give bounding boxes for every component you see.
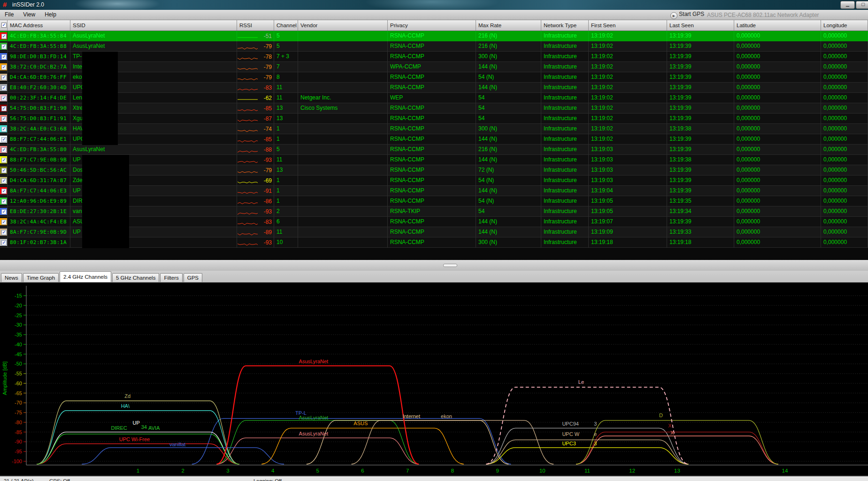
column-header-channel[interactable]: Channel: [274, 20, 298, 31]
row-checkbox[interactable]: ✓: [1, 199, 7, 204]
table-row[interactable]: ✓54:75:D0:83:F1:90Xtre-8513Cisco Systems…: [0, 103, 868, 114]
row-checkbox[interactable]: ✓: [1, 137, 7, 142]
row-checkbox[interactable]: ✓: [1, 54, 7, 60]
row-checkbox[interactable]: ✓: [1, 65, 7, 70]
column-header-last-seen[interactable]: Last Seen: [667, 20, 734, 31]
column-header-latitude[interactable]: Latitude: [734, 20, 821, 31]
start-gps-button[interactable]: ▶ Start GPS: [670, 11, 704, 19]
cell-channel: 1: [274, 196, 298, 206]
column-header-vendor[interactable]: Vendor: [298, 20, 388, 31]
row-checkbox[interactable]: ✓: [1, 106, 7, 111]
row-checkbox[interactable]: ✓: [1, 189, 7, 194]
cell-first-seen: 13:19:03: [589, 165, 667, 176]
cell-longitude: 0,000000: [821, 206, 868, 217]
table-row[interactable]: ✓38:72:C0:DC:B2:7AInter-797WPA-CCMP144 (…: [0, 62, 868, 72]
table-row[interactable]: ✓80:1F:02:B7:3B:1A-9310RSNA-CCMP300 (N)I…: [0, 237, 868, 248]
status-gps: GPS: Off: [49, 478, 70, 481]
row-checkbox[interactable]: ✓: [1, 220, 7, 225]
tab-gps[interactable]: GPS: [184, 273, 202, 282]
cell-network-type: Infrastructure: [541, 155, 589, 165]
cell-channel: 13: [274, 103, 298, 114]
table-row[interactable]: ✓50:46:5D:BC:56:ACDos-7913RSNA-CCMP72 (N…: [0, 165, 868, 176]
table-row[interactable]: ✓88:F7:C7:9E:0B:9BUP-9311RSNA-CCMP144 (N…: [0, 155, 868, 165]
tab-5-ghz-channels[interactable]: 5 GHz Channels: [112, 273, 159, 282]
row-checkbox[interactable]: ✓: [1, 44, 7, 49]
rssi-sparkline: [237, 159, 258, 165]
cell-channel: 10: [274, 237, 298, 248]
network-curve: [576, 420, 778, 464]
x-tick-label: 5: [316, 468, 319, 473]
cell-max-rate: 144 (N): [476, 83, 541, 93]
menu-item-help[interactable]: Help: [40, 10, 61, 18]
table-row[interactable]: ✓4C:ED:FB:3A:55:84AsusLyraNet-515RSNA-CC…: [0, 31, 868, 41]
row-color-swatch: ✓: [0, 114, 8, 124]
select-all-checkbox[interactable]: ✓: [1, 23, 7, 28]
cell-latitude: 0,000000: [734, 31, 821, 41]
table-row[interactable]: ✓98:DE:D0:B3:FD:14TP-L-787 + 3RSNA-CCMP3…: [0, 52, 868, 62]
table-row[interactable]: ✓38:2C:4A:E0:C3:68HAV-741RSNA-CCMP300 (N…: [0, 124, 868, 134]
splitter-handle[interactable]: [443, 264, 457, 267]
y-tick-label: -35: [15, 332, 22, 337]
row-checkbox[interactable]: ✓: [1, 96, 7, 101]
row-checkbox[interactable]: ✓: [1, 178, 7, 183]
table-row[interactable]: ✓56:75:D0:83:F1:91Xgue-8713RSNA-CCMP54In…: [0, 114, 868, 124]
column-header-first-seen[interactable]: First Seen: [589, 20, 667, 31]
column-header-checkbox[interactable]: ✓: [0, 20, 8, 31]
cell-network-type: Infrastructure: [541, 72, 589, 83]
column-header-privacy[interactable]: Privacy: [388, 20, 476, 31]
table-row[interactable]: ✓E8:40:F2:60:30:4DUPC-8311RSNA-CCMP144 (…: [0, 83, 868, 93]
minimize-button[interactable]: ▁: [840, 1, 855, 9]
column-header-max-rate[interactable]: Max Rate: [476, 20, 541, 31]
network-color-swatch: ✓: [0, 187, 7, 194]
cell-last-seen: 13:19:39: [667, 186, 734, 196]
cell-latitude: 0,000000: [734, 155, 821, 165]
maximize-button[interactable]: ▢: [856, 1, 868, 9]
table-row[interactable]: ✓88:F7:C7:44:06:E1UPC-851RSNA-CCMP144 (N…: [0, 134, 868, 145]
column-header-rssi[interactable]: RSSI: [237, 20, 274, 31]
row-checkbox[interactable]: ✓: [1, 158, 7, 163]
x-tick-label: 11: [584, 468, 590, 473]
column-header-network-type[interactable]: Network Type: [541, 20, 589, 31]
tab-2-4-ghz-channels[interactable]: 2.4 GHz Channels: [60, 271, 111, 282]
table-row[interactable]: ✓8A:F7:C7:44:06:E3UP-911RSNA-CCMP144 (N)…: [0, 186, 868, 196]
curve-label: UPC W: [562, 431, 579, 437]
table-row[interactable]: ✓38:2C:4A:4C:F4:E8ASU-836RSNA-CCMP144 (N…: [0, 217, 868, 227]
table-row[interactable]: ✓E8:DE:27:30:2B:1Evan-932RSNA-TKIP54Infr…: [0, 206, 868, 217]
column-header-longitude[interactable]: Longitude: [821, 20, 868, 31]
row-checkbox[interactable]: ✓: [1, 230, 7, 235]
table-row[interactable]: ✓12:A0:96:D6:E9:89DIR-861RSNA-CCMP54 (N)…: [0, 196, 868, 206]
network-curve: [486, 387, 689, 464]
cell-channel: 11: [274, 93, 298, 103]
cell-mac: 88:F7:C7:9E:0B:9B: [8, 155, 70, 165]
row-checkbox[interactable]: ✓: [1, 85, 7, 91]
curve-label: AVIA: [148, 425, 160, 431]
table-row[interactable]: ✓00:22:3F:14:F4:DELenk-6211Netgear Inc.W…: [0, 93, 868, 103]
x-tick-label: 2: [181, 468, 184, 473]
column-header-mac-address[interactable]: MAC Address: [8, 20, 70, 31]
table-row[interactable]: ✓4C:ED:FB:3A:55:80AsusLyraNet-885RSNA-CC…: [0, 145, 868, 155]
table-row[interactable]: ✓4C:ED:FB:3A:55:88AsusLyraNet-795RSNA-CC…: [0, 41, 868, 52]
row-checkbox[interactable]: ✓: [1, 75, 7, 80]
table-row[interactable]: ✓8A:F7:C7:9E:0B:9DUP-8911RSNA-CCMP144 (N…: [0, 227, 868, 237]
column-header-ssid[interactable]: SSID: [70, 20, 237, 31]
row-color-swatch: ✓: [0, 145, 8, 155]
window-title: inSSIDer 2.0: [12, 1, 44, 8]
row-checkbox[interactable]: ✓: [1, 209, 7, 214]
tab-news[interactable]: News: [1, 273, 22, 282]
row-checkbox[interactable]: ✓: [1, 168, 7, 173]
title-bar[interactable]: # inSSIDer 2.0 ▁ ▢: [0, 0, 868, 10]
row-checkbox[interactable]: ✓: [1, 34, 7, 39]
menu-item-file[interactable]: File: [0, 10, 18, 18]
rssi-sparkline: [237, 200, 258, 206]
table-row[interactable]: ✓D4:CA:6D:31:7A:87Zde-691RSNA-CCMP54 (N)…: [0, 176, 868, 186]
tab-filters[interactable]: Filters: [160, 273, 182, 282]
row-checkbox[interactable]: ✓: [1, 127, 7, 132]
row-checkbox[interactable]: ✓: [1, 116, 7, 122]
row-checkbox[interactable]: ✓: [1, 147, 7, 153]
cell-privacy: RSNA-CCMP: [388, 72, 476, 83]
tab-time-graph[interactable]: Time Graph: [23, 273, 59, 282]
network-curve: [37, 444, 239, 464]
table-row[interactable]: ✓D4:CA:6D:E0:76:FFekon-798RSNA-CCMP54 (N…: [0, 72, 868, 83]
row-checkbox[interactable]: ✓: [1, 240, 7, 245]
menu-item-view[interactable]: View: [18, 10, 40, 18]
